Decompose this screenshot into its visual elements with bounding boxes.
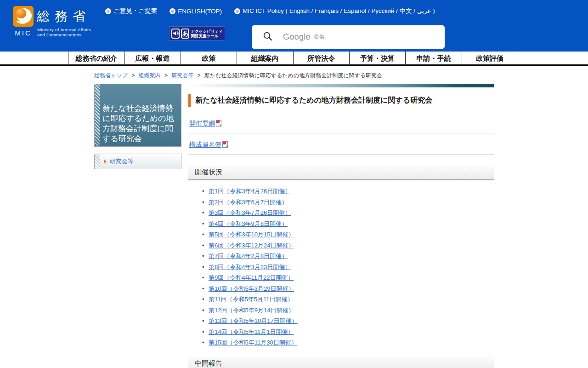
teal-gradient-bar [188, 84, 494, 87]
nav-item-policy[interactable]: 政策 [181, 52, 237, 66]
main-nav: 総務省の紹介 広報・報道 政策 組織案内 所管法令 予算・決算 申請・手続 政策… [0, 52, 588, 66]
list-item: 第8回（令和4年3月23日開催） [202, 264, 494, 270]
speaker-icon [171, 29, 180, 39]
accessibility-tool-label: アクセシビリティ 閲覧支援ツール [191, 29, 223, 38]
ring-icon [171, 10, 174, 13]
list-item: 第11回（令和5年5月11日開催） [202, 296, 494, 303]
nav-item-evaluation[interactable]: 政策評価 [462, 52, 518, 66]
meeting-link-5[interactable]: 第5回（令和3年10月15日開催） [209, 231, 294, 238]
meetings-list: 第1回（令和3年4月26日開催） 第2回（令和3年6月7日開催） 第3回（令和3… [202, 188, 494, 346]
breadcrumb: 総務省トップ > 組織案内 > 研究会等 > 新たな社会経済情勢に即応するための… [94, 72, 588, 80]
ring-icon [236, 10, 239, 13]
meeting-link-8[interactable]: 第8回（令和4年3月23日開催） [209, 264, 291, 270]
hiragana-a-icon: あ [181, 29, 189, 39]
ministry-name-jp: 総務省 [37, 8, 90, 25]
sidebar: 新たな社会経済情勢に即応するための地方財務会計制度に関する研究会 研究会等 [94, 84, 181, 169]
sidebar-banner: 新たな社会経済情勢に即応するための地方財務会計制度に関する研究会 [94, 84, 181, 147]
list-item: 第15回（令和5年11月30日開催） [202, 339, 494, 346]
utility-links: ご意見・ご提案 ENGLISH(TOP) MIC ICT Policy ( En… [107, 7, 435, 15]
list-item: 第6回（令和3年12月24日開催） [202, 242, 494, 249]
list-item: 第9回（令和4年11月22日開催） [202, 275, 494, 281]
meeting-link-9[interactable]: 第9回（令和4年11月22日開催） [209, 274, 294, 281]
members-pdf-link[interactable]: 構成員名簿 [189, 141, 221, 148]
nav-item-budget[interactable]: 予算・決算 [349, 52, 405, 66]
mic-logo-icon [13, 6, 34, 27]
hatch-decoration [95, 154, 100, 169]
nav-item-press[interactable]: 広報・報道 [124, 52, 180, 66]
meeting-link-13[interactable]: 第13回（令和5年10月17日開催） [209, 317, 298, 324]
list-item: 第1回（令和3年4月26日開催） [202, 188, 494, 195]
breadcrumb-separator: > [164, 72, 168, 79]
outline-pdf-link[interactable]: 開催要綱 [189, 120, 215, 127]
list-item: 第2回（令和3年6月7日開催） [202, 199, 494, 206]
link-mic-ict-policy[interactable]: MIC ICT Policy ( English / Français / Es… [236, 7, 435, 15]
search-icon[interactable] [263, 31, 273, 43]
meeting-link-6[interactable]: 第6回（令和3年12月24日開催） [209, 242, 294, 249]
sidebar-banner-title: 新たな社会経済情勢に即応するための地方財務会計制度に関する研究会 [100, 84, 179, 146]
sidebar-item-study-groups[interactable]: 研究会等 [110, 157, 134, 166]
breadcrumb-link-study-groups[interactable]: 研究会等 [171, 72, 193, 79]
meeting-link-10[interactable]: 第10回（令和5年3月29日開催） [209, 285, 294, 292]
list-item: 第14回（令和5年11月1日開催） [202, 329, 494, 335]
accessibility-tool-button[interactable]: あ アクセシビリティ 閲覧支援ツール [169, 26, 225, 40]
content: 新たな社会経済情勢に即応するための地方財務会計制度に関する研究会 研究会等 新た… [94, 84, 494, 368]
nav-item-about[interactable]: 総務省の紹介 [68, 52, 124, 66]
site-header: MIC 総務省 Ministry of Internal Affairs and… [0, 0, 588, 52]
nav-item-laws[interactable]: 所管法令 [293, 52, 349, 66]
report-section-header: 中間報告 [188, 356, 494, 368]
pdf-icon [222, 141, 228, 148]
meeting-link-12[interactable]: 第12回（令和5年9月14日開催） [209, 307, 294, 314]
ministry-name-en: Ministry of Internal Affairs and Communi… [37, 27, 91, 37]
meeting-link-15[interactable]: 第15回（令和5年11月30日開催） [209, 339, 297, 346]
list-item: 第7回（令和4年2月8日開催） [202, 253, 494, 259]
arrow-right-icon [104, 159, 107, 164]
nav-item-applications[interactable]: 申請・手続 [405, 52, 461, 66]
breadcrumb-separator: > [198, 72, 201, 79]
main-column: 新たな社会経済情勢に即応するための地方財務会計制度に関する研究会 開催要綱 構成… [188, 84, 494, 368]
list-item: 第3回（令和3年7月26日開催） [202, 210, 494, 216]
pdf-icon [216, 120, 221, 126]
search-placeholder-google: Google [283, 32, 311, 42]
list-item: 第4回（令和3年9月8日開催） [202, 221, 494, 227]
breadcrumb-link-organization[interactable]: 組織案内 [139, 72, 161, 79]
meeting-link-11[interactable]: 第11回（令和5年5月11日開催） [209, 296, 293, 303]
breadcrumb-link-home[interactable]: 総務省トップ [94, 72, 128, 79]
meetings-section-header: 開催状況 [188, 165, 494, 180]
meeting-link-14[interactable]: 第14回（令和5年11月1日開催） [209, 328, 294, 335]
ring-icon [107, 10, 110, 13]
meeting-link-4[interactable]: 第4回（令和3年9月8日開催） [209, 220, 288, 227]
search-placeholder-provided: 提供 [314, 34, 324, 40]
nav-item-organization[interactable]: 組織案内 [237, 52, 293, 66]
breadcrumb-separator: > [131, 72, 135, 79]
list-item: 第12回（令和5年9月14日開催） [202, 307, 494, 314]
meeting-link-7[interactable]: 第7回（令和4年2月8日開催） [209, 253, 288, 259]
sidebar-menu: 研究会等 [94, 154, 181, 169]
meeting-link-1[interactable]: 第1回（令和3年4月26日開催） [209, 188, 291, 195]
link-feedback[interactable]: ご意見・ご提案 [107, 7, 157, 15]
list-item: 第10回（令和5年3月29日開催） [202, 286, 494, 292]
list-item: 第13回（令和5年10月17日開催） [202, 318, 494, 324]
link-english-top[interactable]: ENGLISH(TOP) [171, 8, 222, 15]
mic-logo-text: MIC [13, 29, 34, 37]
doc-link-row: 構成員名簿 [188, 133, 494, 155]
meeting-link-2[interactable]: 第2回（令和3年6月7日開催） [209, 199, 288, 206]
breadcrumb-current: 新たな社会経済情勢に即応するための地方財務会計制度に関する研究会 [204, 72, 382, 79]
list-item: 第5回（令和3年10月15日開催） [202, 231, 494, 238]
mic-logo[interactable]: MIC 総務省 Ministry of Internal Affairs and… [13, 5, 119, 47]
page-title: 新たな社会経済情勢に即応するための地方財務会計制度に関する研究会 [188, 94, 494, 107]
search-input[interactable]: Google 提供 [252, 25, 445, 49]
hatch-decoration [95, 84, 100, 146]
meeting-link-3[interactable]: 第3回（令和3年7月26日開催） [209, 209, 291, 216]
doc-link-row: 開催要綱 [188, 112, 494, 133]
